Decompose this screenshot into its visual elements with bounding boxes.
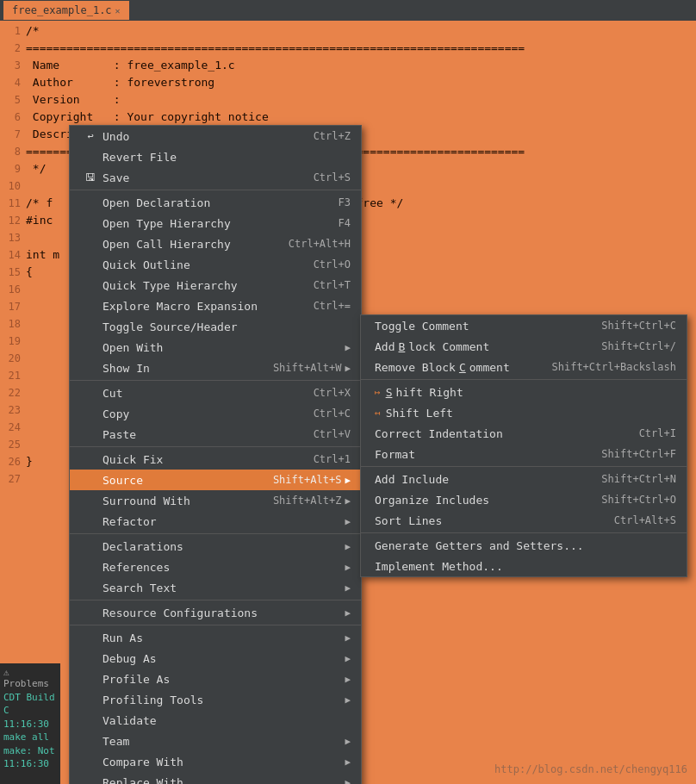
context-menu-item[interactable]: Validate <box>70 710 361 731</box>
line-number: 4 <box>0 75 26 90</box>
context-menu-item[interactable]: Compare With▶ <box>70 751 361 772</box>
menu-item-label: Profiling Tools <box>84 694 203 706</box>
submenu-item[interactable]: Toggle CommentShift+Ctrl+C <box>361 315 687 336</box>
submenu-item-shortcut: Shift+Ctrl+N <box>601 473 676 485</box>
undo-icon: ↩ <box>84 130 97 142</box>
menu-item-shortcut: Shift+Alt+Z <box>273 495 341 507</box>
context-menu-item[interactable]: Open DeclarationF3 <box>70 192 361 213</box>
submenu-item[interactable]: Implement Method... <box>361 556 687 576</box>
menu-item-label: Open Type Hierarchy <box>84 217 231 230</box>
line-number: 5 <box>0 92 26 108</box>
context-menu-item[interactable]: Quick FixCtrl+1 <box>70 449 361 470</box>
line-content: int m <box>26 246 59 264</box>
context-menu-item[interactable]: Profiling Tools▶ <box>70 689 361 710</box>
editor-tab[interactable]: free_example_1.c ✕ <box>3 1 129 20</box>
menu-separator <box>70 446 361 447</box>
submenu-item-shortcut: Ctrl+I <box>639 427 676 439</box>
submenu-item-shortcut: Shift+Ctrl+C <box>601 320 676 332</box>
context-menu-item[interactable]: Quick OutlineCtrl+O <box>70 254 361 275</box>
submenu-item-label: Generate Getters and Setters... <box>375 539 584 552</box>
submenu-item[interactable]: ↤ Shift Left <box>361 402 687 423</box>
line-content: Version : <box>26 91 121 109</box>
context-menu-item[interactable]: Open With▶ <box>70 337 361 358</box>
menu-item-shortcut: Ctrl+Alt+H <box>289 238 351 250</box>
bottom-panel: ⚠ Problems CDT Build C11:16:30make allma… <box>0 663 60 784</box>
menu-item-shortcut: Ctrl+T <box>314 279 351 291</box>
context-menu-item[interactable]: Open Call HierarchyCtrl+Alt+H <box>70 233 361 254</box>
submenu-item-label: Toggle Comment <box>375 320 469 333</box>
line-number: 6 <box>0 109 26 125</box>
menu-item-shortcut: F3 <box>339 196 351 208</box>
context-menu-item[interactable]: ↩UndoCtrl+Z <box>70 126 361 146</box>
context-menu-item[interactable]: Declarations▶ <box>70 536 361 557</box>
line-number: 7 <box>0 127 26 142</box>
context-menu-item[interactable]: CopyCtrl+C <box>70 403 361 424</box>
context-menu-item[interactable]: Surround WithShift+Alt+Z▶ <box>70 490 361 511</box>
submenu-item-label: Organize Includes <box>375 494 489 507</box>
line-number: 3 <box>0 58 26 73</box>
menu-item-label: Declarations <box>84 540 183 553</box>
menu-item-label: Validate <box>84 714 157 727</box>
context-menu-item[interactable]: Show InShift+Alt+W▶ <box>70 358 361 378</box>
menu-item-label: 🖫Save <box>84 171 129 184</box>
context-menu-item[interactable]: PasteCtrl+V <box>70 424 361 445</box>
submenu-separator <box>361 532 687 533</box>
context-menu-item[interactable]: Profile As▶ <box>70 669 361 689</box>
context-menu-item[interactable]: Replace With▶ <box>70 772 361 784</box>
context-menu-item[interactable]: Run As▶ <box>70 627 361 648</box>
menu-item-label: Replace With <box>84 776 183 785</box>
line-number: 19 <box>0 333 26 349</box>
submenu-item[interactable]: Generate Getters and Setters... <box>361 535 687 556</box>
context-menu-item[interactable]: Resource Configurations▶ <box>70 602 361 623</box>
line-number: 24 <box>0 420 26 435</box>
submenu-item[interactable]: Add Block CommentShift+Ctrl+/ <box>361 336 687 357</box>
context-menu-item[interactable]: Explore Macro ExpansionCtrl+= <box>70 296 361 316</box>
editor-line: 2 ======================================… <box>0 40 696 57</box>
submenu-arrow-icon: ▶ <box>345 516 351 527</box>
context-menu-item[interactable]: Team▶ <box>70 731 361 751</box>
log-line: 11:16:30 <box>3 757 57 770</box>
log-line: make: Not <box>3 744 57 757</box>
submenu-item[interactable]: Correct IndentationCtrl+I <box>361 423 687 444</box>
submenu-item[interactable]: Remove Block CommentShift+Ctrl+Backslash <box>361 357 687 377</box>
context-menu-item[interactable]: Toggle Source/Header <box>70 316 361 337</box>
submenu-item-label: Sort Lines <box>375 514 442 527</box>
menu-item-label: Open Call Hierarchy <box>84 238 231 251</box>
context-menu-item[interactable]: Debug As▶ <box>70 648 361 669</box>
context-menu-item[interactable]: References▶ <box>70 557 361 577</box>
submenu-arrow-icon: ▶ <box>345 632 351 644</box>
submenu-item-label: ↤ Shift Left <box>375 407 453 420</box>
context-menu-item[interactable]: Quick Type HierarchyCtrl+T <box>70 275 361 296</box>
menu-item-shortcut: Ctrl+O <box>314 258 351 271</box>
submenu-arrow-icon: ▶ <box>345 694 351 706</box>
context-menu-item[interactable]: Revert File <box>70 146 361 167</box>
submenu-item[interactable]: ↦ Shift Right <box>361 382 687 402</box>
submenu-arrow-icon: ▶ <box>345 653 351 664</box>
menu-item-shortcut: Ctrl+X <box>314 387 351 399</box>
submenu-item[interactable]: Organize IncludesShift+Ctrl+O <box>361 489 687 510</box>
line-content: } <box>26 453 33 470</box>
context-menu-item[interactable]: Refactor▶ <box>70 511 361 532</box>
tab-close-icon[interactable]: ✕ <box>115 6 121 16</box>
editor-line: 3 Name : free_example_1.c <box>0 57 696 74</box>
submenu-item[interactable]: Sort LinesCtrl+Alt+S <box>361 510 687 531</box>
menu-item-shortcut: Shift+Alt+W <box>273 362 341 374</box>
context-menu-item[interactable]: 🖫SaveCtrl+S <box>70 167 361 188</box>
submenu-arrow-icon: ▶ <box>345 363 351 374</box>
menu-item-label: Toggle Source/Header <box>84 320 238 333</box>
context-menu-item[interactable]: Search Text▶ <box>70 577 361 598</box>
context-menu-item[interactable]: Open Type HierarchyF4 <box>70 213 361 233</box>
line-number: 2 <box>0 40 26 56</box>
submenu-item[interactable]: FormatShift+Ctrl+F <box>361 444 687 464</box>
line-number: 26 <box>0 454 26 470</box>
submenu-arrow-icon: ▶ <box>345 736 351 747</box>
menu-item-label: ↩Undo <box>84 130 129 143</box>
submenu-arrow-icon: ▶ <box>345 342 351 353</box>
submenu-item-label: Add Include <box>375 473 449 486</box>
tab-label: free_example_1.c <box>12 4 112 16</box>
submenu-arrow-icon: ▶ <box>345 495 351 507</box>
context-menu-item[interactable]: SourceShift+Alt+S▶ <box>70 470 361 490</box>
submenu-item[interactable]: Add IncludeShift+Ctrl+N <box>361 469 687 489</box>
menu-item-label: Show In <box>84 362 150 375</box>
context-menu-item[interactable]: CutCtrl+X <box>70 383 361 403</box>
